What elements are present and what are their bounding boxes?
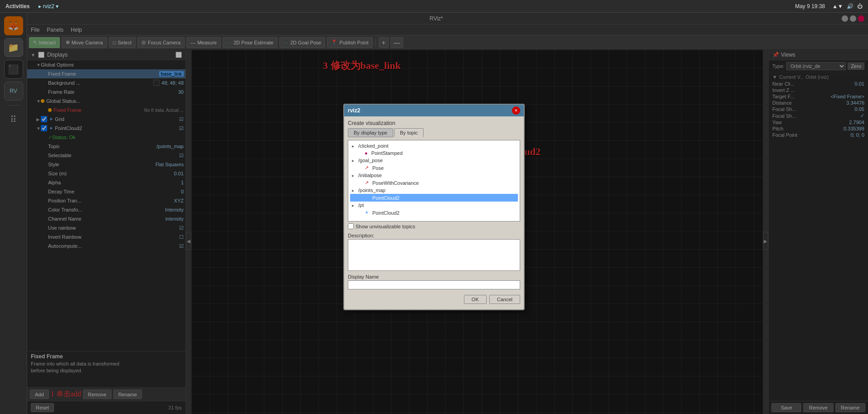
pt-label: /pt	[358, 202, 364, 208]
pointcloud2-topic-item[interactable]: ✦ PointCloud2	[350, 194, 518, 202]
point-stamped-icon: ●	[365, 150, 368, 156]
pointcloud2-pt-item[interactable]: ✦ PointCloud2	[350, 209, 518, 217]
points-map-item[interactable]: ▸ /points_map	[350, 187, 518, 194]
by-display-type-tab[interactable]: By display type	[348, 128, 393, 137]
dialog-tabs: By display type By topic	[348, 128, 520, 137]
clicked-point-item[interactable]: ▸ /clicked_point	[350, 142, 518, 149]
power-icon[interactable]: ⏻	[857, 3, 863, 10]
show-unvisualizable-row: Show unvisualizable topics	[348, 221, 520, 231]
dialog-title: rviz2	[348, 107, 360, 114]
ok-button[interactable]: OK	[464, 295, 487, 304]
initialpose-label: /initialpose	[358, 173, 382, 178]
pointcloud2-pt-icon: ✦	[365, 210, 369, 216]
dialog-buttons: OK Cancel	[348, 293, 520, 306]
by-topic-tab[interactable]: By topic	[394, 128, 424, 137]
dialog-section-label: Create visualization	[348, 120, 520, 126]
system-clock: May 9 19:38	[795, 3, 825, 10]
network-icon: ▲▼	[832, 3, 843, 10]
pt-item[interactable]: ▸ /pt	[350, 202, 518, 209]
display-name-input[interactable]	[348, 280, 520, 289]
dialog-titlebar: rviz2 ×	[344, 105, 524, 116]
display-name-label: Display Name	[348, 274, 520, 279]
cancel-button[interactable]: Cancel	[489, 295, 520, 304]
pose-label: Pose	[372, 165, 384, 171]
description-textarea[interactable]	[348, 239, 520, 271]
dialog-close-button[interactable]: ×	[512, 106, 520, 115]
goal-pose-item[interactable]: ▸ /goal_pose	[350, 157, 518, 164]
dialog-tree[interactable]: ▸ /clicked_point ● PointStamped ▸ /goal_…	[348, 140, 520, 221]
pointcloud2-topic-icon: ✦	[365, 195, 369, 201]
dialog-body: Create visualization By display type By …	[344, 116, 524, 309]
pose-icon: ↗	[365, 165, 369, 171]
clicked-point-label: /clicked_point	[358, 143, 389, 149]
volume-icon: 🔊	[847, 3, 853, 10]
pose-item[interactable]: ↗ Pose	[350, 164, 518, 172]
create-visualization-dialog: rviz2 × Create visualization By display …	[343, 104, 525, 310]
point-stamped-item[interactable]: ● PointStamped	[350, 149, 518, 157]
pose-with-covariance-label: PoseWithCovariance	[372, 180, 419, 186]
goal-pose-label: /goal_pose	[358, 158, 383, 163]
pointcloud2-pt-label: PointCloud2	[372, 210, 400, 216]
initialpose-item[interactable]: ▸ /initialpose	[350, 172, 518, 179]
pose-with-covariance-item[interactable]: ↗ PoseWithCovariance	[350, 179, 518, 187]
show-unvisualizable-label: Show unvisualizable topics	[356, 224, 415, 229]
show-unvisualizable-checkbox[interactable]	[348, 223, 354, 229]
pointcloud2-topic-label: PointCloud2	[372, 195, 400, 201]
points-map-label: /points_map	[358, 188, 385, 193]
dialog-overlay: rviz2 × Create visualization By display …	[0, 0, 868, 414]
app-indicator[interactable]: ▸ rviz2 ▾	[35, 3, 62, 10]
description-label: Description:	[348, 233, 520, 238]
point-stamped-label: PointStamped	[371, 150, 403, 156]
pose-covariance-icon: ↗	[365, 180, 369, 186]
activities-label[interactable]: Activities	[0, 3, 35, 10]
